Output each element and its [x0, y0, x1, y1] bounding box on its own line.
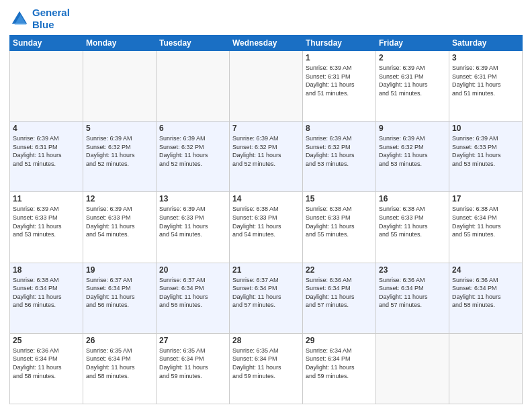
calendar-cell [83, 51, 157, 122]
day-number: 21 [232, 265, 300, 275]
calendar-cell: 22Sunrise: 6:36 AM Sunset: 6:34 PM Dayli… [303, 263, 376, 333]
calendar-cell: 9Sunrise: 6:39 AM Sunset: 6:32 PM Daylig… [376, 122, 449, 192]
calendar-cell: 28Sunrise: 6:35 AM Sunset: 6:34 PM Dayli… [230, 333, 303, 404]
day-info: Sunrise: 6:37 AM Sunset: 6:34 PM Dayligh… [159, 276, 226, 310]
day-info: Sunrise: 6:39 AM Sunset: 6:31 PM Dayligh… [379, 64, 446, 97]
day-number: 23 [379, 265, 446, 275]
day-number: 28 [232, 336, 300, 345]
weekday-header-row: SundayMondayTuesdayWednesdayThursdayFrid… [10, 36, 523, 51]
day-number: 7 [232, 124, 300, 133]
header: General Blue [9, 7, 523, 31]
day-number: 13 [159, 194, 226, 203]
weekday-header-sunday: Sunday [10, 36, 83, 51]
day-number: 9 [379, 124, 446, 133]
day-info: Sunrise: 6:35 AM Sunset: 6:34 PM Dayligh… [159, 347, 226, 380]
day-info: Sunrise: 6:38 AM Sunset: 6:33 PM Dayligh… [232, 205, 300, 238]
calendar-cell: 27Sunrise: 6:35 AM Sunset: 6:34 PM Dayli… [157, 333, 230, 404]
weekday-header-wednesday: Wednesday [230, 36, 303, 51]
day-info: Sunrise: 6:39 AM Sunset: 6:33 PM Dayligh… [452, 134, 519, 168]
day-info: Sunrise: 6:39 AM Sunset: 6:31 PM Dayligh… [13, 134, 80, 168]
day-info: Sunrise: 6:39 AM Sunset: 6:33 PM Dayligh… [13, 205, 80, 238]
day-number: 15 [306, 194, 373, 203]
day-number: 27 [159, 336, 226, 345]
day-number: 29 [306, 336, 373, 345]
day-number: 17 [452, 194, 519, 203]
logo-icon [9, 9, 30, 29]
day-number: 5 [86, 124, 153, 133]
calendar-cell: 26Sunrise: 6:35 AM Sunset: 6:34 PM Dayli… [83, 333, 157, 404]
day-number: 19 [86, 265, 153, 275]
weekday-header-thursday: Thursday [303, 36, 376, 51]
calendar-cell: 15Sunrise: 6:38 AM Sunset: 6:33 PM Dayli… [303, 192, 376, 263]
weekday-header-monday: Monday [83, 36, 157, 51]
calendar-cell: 8Sunrise: 6:39 AM Sunset: 6:32 PM Daylig… [303, 122, 376, 192]
calendar-week-2: 4Sunrise: 6:39 AM Sunset: 6:31 PM Daylig… [10, 122, 523, 192]
calendar-cell: 25Sunrise: 6:36 AM Sunset: 6:34 PM Dayli… [10, 333, 83, 404]
calendar-cell: 19Sunrise: 6:37 AM Sunset: 6:34 PM Dayli… [83, 263, 157, 333]
day-number: 26 [86, 336, 153, 345]
day-info: Sunrise: 6:39 AM Sunset: 6:32 PM Dayligh… [306, 134, 373, 168]
calendar-cell: 16Sunrise: 6:38 AM Sunset: 6:33 PM Dayli… [376, 192, 449, 263]
day-number: 14 [232, 194, 300, 203]
day-info: Sunrise: 6:36 AM Sunset: 6:34 PM Dayligh… [13, 347, 80, 380]
weekday-header-saturday: Saturday [449, 36, 523, 51]
day-info: Sunrise: 6:36 AM Sunset: 6:34 PM Dayligh… [379, 276, 446, 310]
day-info: Sunrise: 6:38 AM Sunset: 6:33 PM Dayligh… [379, 205, 446, 238]
calendar-cell: 14Sunrise: 6:38 AM Sunset: 6:33 PM Dayli… [230, 192, 303, 263]
calendar-week-3: 11Sunrise: 6:39 AM Sunset: 6:33 PM Dayli… [10, 192, 523, 263]
day-number: 3 [452, 53, 519, 62]
day-number: 25 [13, 336, 80, 345]
day-number: 10 [452, 124, 519, 133]
calendar-cell: 17Sunrise: 6:38 AM Sunset: 6:34 PM Dayli… [449, 192, 523, 263]
day-number: 24 [452, 265, 519, 275]
calendar-cell [10, 51, 83, 122]
day-number: 4 [13, 124, 80, 133]
calendar-cell: 23Sunrise: 6:36 AM Sunset: 6:34 PM Dayli… [376, 263, 449, 333]
calendar-cell: 10Sunrise: 6:39 AM Sunset: 6:33 PM Dayli… [449, 122, 523, 192]
logo: General Blue [9, 7, 70, 31]
weekday-header-tuesday: Tuesday [157, 36, 230, 51]
calendar-cell: 3Sunrise: 6:39 AM Sunset: 6:31 PM Daylig… [449, 51, 523, 122]
calendar-cell [157, 51, 230, 122]
day-number: 22 [306, 265, 373, 275]
calendar-cell: 18Sunrise: 6:38 AM Sunset: 6:34 PM Dayli… [10, 263, 83, 333]
calendar-week-5: 25Sunrise: 6:36 AM Sunset: 6:34 PM Dayli… [10, 333, 523, 404]
day-info: Sunrise: 6:38 AM Sunset: 6:34 PM Dayligh… [13, 276, 80, 310]
calendar-table: SundayMondayTuesdayWednesdayThursdayFrid… [9, 35, 523, 404]
calendar-week-1: 1Sunrise: 6:39 AM Sunset: 6:31 PM Daylig… [10, 51, 523, 122]
day-info: Sunrise: 6:39 AM Sunset: 6:33 PM Dayligh… [159, 205, 226, 238]
day-number: 12 [86, 194, 153, 203]
day-number: 1 [306, 53, 373, 62]
day-info: Sunrise: 6:37 AM Sunset: 6:34 PM Dayligh… [232, 276, 300, 310]
calendar-cell: 4Sunrise: 6:39 AM Sunset: 6:31 PM Daylig… [10, 122, 83, 192]
day-number: 11 [13, 194, 80, 203]
day-number: 8 [306, 124, 373, 133]
day-number: 16 [379, 194, 446, 203]
day-info: Sunrise: 6:39 AM Sunset: 6:31 PM Dayligh… [452, 64, 519, 97]
page: General Blue SundayMondayTuesdayWednesda… [0, 0, 532, 411]
calendar-cell: 6Sunrise: 6:39 AM Sunset: 6:32 PM Daylig… [157, 122, 230, 192]
day-number: 2 [379, 53, 446, 62]
day-info: Sunrise: 6:39 AM Sunset: 6:32 PM Dayligh… [379, 134, 446, 168]
day-number: 6 [159, 124, 226, 133]
calendar-cell: 2Sunrise: 6:39 AM Sunset: 6:31 PM Daylig… [376, 51, 449, 122]
logo-text: General Blue [32, 7, 70, 31]
day-info: Sunrise: 6:39 AM Sunset: 6:32 PM Dayligh… [159, 134, 226, 168]
day-info: Sunrise: 6:38 AM Sunset: 6:34 PM Dayligh… [452, 205, 519, 238]
day-number: 18 [13, 265, 80, 275]
day-number: 20 [159, 265, 226, 275]
calendar-cell: 5Sunrise: 6:39 AM Sunset: 6:32 PM Daylig… [83, 122, 157, 192]
calendar-cell: 29Sunrise: 6:34 AM Sunset: 6:34 PM Dayli… [303, 333, 376, 404]
calendar-cell: 11Sunrise: 6:39 AM Sunset: 6:33 PM Dayli… [10, 192, 83, 263]
day-info: Sunrise: 6:36 AM Sunset: 6:34 PM Dayligh… [306, 276, 373, 310]
day-info: Sunrise: 6:36 AM Sunset: 6:34 PM Dayligh… [452, 276, 519, 310]
day-info: Sunrise: 6:34 AM Sunset: 6:34 PM Dayligh… [306, 347, 373, 380]
day-info: Sunrise: 6:35 AM Sunset: 6:34 PM Dayligh… [86, 347, 153, 380]
day-info: Sunrise: 6:35 AM Sunset: 6:34 PM Dayligh… [232, 347, 300, 380]
calendar-cell: 21Sunrise: 6:37 AM Sunset: 6:34 PM Dayli… [230, 263, 303, 333]
calendar-cell: 13Sunrise: 6:39 AM Sunset: 6:33 PM Dayli… [157, 192, 230, 263]
calendar-cell [449, 333, 523, 404]
calendar-cell: 20Sunrise: 6:37 AM Sunset: 6:34 PM Dayli… [157, 263, 230, 333]
day-info: Sunrise: 6:39 AM Sunset: 6:32 PM Dayligh… [232, 134, 300, 168]
calendar-cell: 12Sunrise: 6:39 AM Sunset: 6:33 PM Dayli… [83, 192, 157, 263]
